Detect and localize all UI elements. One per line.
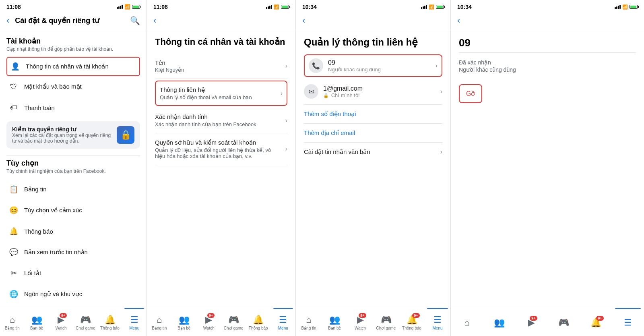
wifi-icon-2: 📶 <box>274 4 279 10</box>
detail-visibility: Người khác cũng dùng <box>459 66 636 73</box>
tab-newsfeed-3[interactable]: ⌂ Bảng tin <box>296 308 322 336</box>
menu-item-payment[interactable]: 🏷 Thanh toán <box>6 97 140 118</box>
notifications-icon: 🔔 <box>8 226 19 237</box>
watch-icon-4: ▶9+ <box>528 317 535 328</box>
watch-icon-3: ▶9+ <box>357 315 364 325</box>
tab-notifications-2[interactable]: 🔔 Thông báo <box>246 308 271 336</box>
privacy-card-icon: 🔒 <box>117 126 134 144</box>
home-icon-4: ⌂ <box>464 317 469 328</box>
account-title: Tài khoản <box>6 37 140 46</box>
info-item-contact[interactable]: Thông tin liên hệ Quản lý số điện thoại … <box>155 81 287 106</box>
shortcuts-icon: ✂ <box>8 268 19 279</box>
panel-settings: 11:08 📶 ‹ Cài đặt & quyền riêng tư 🔍 Tài… <box>0 0 147 336</box>
contact-label: Thông tin liên hệ <box>160 86 277 93</box>
tab-friends-3[interactable]: 👥 Bạn bè <box>322 308 347 336</box>
home-icon-3: ⌂ <box>306 315 311 325</box>
add-phone-link[interactable]: Thêm số điện thoại <box>304 105 442 124</box>
tab-newsfeed-1[interactable]: ⌂ Bảng tin <box>0 308 25 336</box>
language-label: Ngôn ngữ và khu vực <box>24 290 82 298</box>
tab-friends-label-2: Bạn bè <box>178 326 190 330</box>
top-nav-4: ‹ <box>451 13 644 30</box>
emotions-label: Tùy chọn về cảm xúc <box>24 207 82 214</box>
tab-bar-1: ⌂ Bảng tin 👥 Bạn bè ▶9+ Watch 🎮 Chơi gam… <box>0 308 147 336</box>
wifi-icon-4: 📶 <box>622 4 628 10</box>
tab-friends-2[interactable]: 👥 Bạn bè <box>172 308 197 336</box>
privacy-card-subtitle: Xem lại các cài đặt quan trọng về quyền … <box>12 133 112 144</box>
name-value: Kiệt Nguyễn <box>155 67 282 73</box>
tab-watch-label-1: Watch <box>56 326 67 330</box>
notifications-badge-3: 9+ <box>412 313 419 318</box>
phone-circle-icon: 📞 <box>309 58 323 73</box>
tab-menu-3[interactable]: ☰ Menu <box>425 308 450 336</box>
remove-button-container[interactable]: Gỡ <box>459 84 482 103</box>
back-button-2[interactable]: ‹ <box>153 15 159 27</box>
menu-item-media[interactable]: 🖼 File phương tiện <box>6 305 140 308</box>
tab-menu-2[interactable]: ☰ Menu <box>271 308 296 336</box>
tab-menu-label-2: Menu <box>278 326 288 330</box>
menu-item-personal-info[interactable]: 👤 Thông tin cá nhân và tài khoản <box>6 57 140 76</box>
menu-item-language[interactable]: 🌐 Ngôn ngữ và khu vực <box>6 284 140 305</box>
sms-label: Cài đặt tin nhắn văn bản <box>304 148 437 156</box>
tab-games-1[interactable]: 🎮 Chơi game <box>73 308 98 336</box>
contact-item-email[interactable]: ✉ 1@gmail.com 🔒 Chỉ mình tôi › <box>304 79 442 105</box>
time-2: 11:08 <box>153 4 168 10</box>
privacy-check-card[interactable]: Kiểm tra quyền riêng tư Xem lại các cài … <box>6 121 140 149</box>
menu-item-password[interactable]: 🛡 Mật khẩu và bảo mật <box>6 76 140 97</box>
tab-watch-label-2: Watch <box>203 326 215 330</box>
identity-label: Xác nhận danh tính <box>155 113 282 120</box>
tab-games-4[interactable]: 🎮 <box>547 308 580 336</box>
email-address: 1@gmail.com <box>323 85 436 92</box>
search-button-1[interactable]: 🔍 <box>130 16 140 25</box>
back-button-4[interactable]: ‹ <box>457 15 462 27</box>
tab-friends-1[interactable]: 👥 Bạn bè <box>25 308 49 336</box>
menu-item-newsfeed[interactable]: 📋 Bảng tin <box>6 179 140 200</box>
tab-watch-3[interactable]: ▶9+ Watch <box>347 308 373 336</box>
tab-newsfeed-2[interactable]: ⌂ Bảng tin <box>147 308 172 336</box>
games-icon-2: 🎮 <box>228 315 239 325</box>
tab-notifications-1[interactable]: 🔔 Thông báo <box>98 308 122 336</box>
menu-item-emotions[interactable]: 😊 Tùy chọn về cảm xúc <box>6 200 140 221</box>
contact-sublabel: Quản lý số điện thoại và email của bạn <box>160 94 277 100</box>
status-bar-4: 10:34 📶 <box>451 0 644 13</box>
menu-item-shortcuts[interactable]: ✂ Lối tắt <box>6 263 140 284</box>
tab-games-3[interactable]: 🎮 Chơi game <box>373 308 399 336</box>
tab-newsfeed-4[interactable]: ⌂ <box>451 308 483 336</box>
account-section: Tài khoản Cập nhật thông tin để góp phần… <box>6 37 140 118</box>
tab-menu-1[interactable]: ☰ Menu <box>122 308 147 336</box>
remove-button-label[interactable]: Gỡ <box>466 90 475 97</box>
panel-personal-info: 11:08 📶 ‹ Thông tin cá nhân và tài khoản… <box>147 0 296 336</box>
watch-badge-2: 9+ <box>207 313 215 318</box>
tab-watch-4[interactable]: ▶9+ <box>515 308 547 336</box>
tab-watch-1[interactable]: ▶9+ Watch <box>49 308 73 336</box>
tab-friends-4[interactable]: 👥 <box>483 308 515 336</box>
games-icon-3: 🎮 <box>381 315 392 325</box>
tab-menu-4[interactable]: ☰ <box>612 308 644 336</box>
back-button-3[interactable]: ‹ <box>302 15 308 27</box>
back-button-1[interactable]: ‹ <box>6 15 12 27</box>
tab-notifications-label-3: Thông báo <box>402 326 421 330</box>
sms-settings-item[interactable]: Cài đặt tin nhắn văn bản › <box>304 143 442 161</box>
tab-notifications-3[interactable]: 🔔9+ Thông báo <box>399 308 425 336</box>
add-email-link[interactable]: Thêm địa chỉ email <box>304 124 442 143</box>
chevron-ownership: › <box>285 145 287 153</box>
info-item-ownership[interactable]: Quyền sở hữu và kiểm soát tài khoản Quản… <box>155 133 287 165</box>
info-item-name[interactable]: Tên Kiệt Nguyễn › <box>155 54 287 79</box>
time-3: 10:34 <box>302 4 317 10</box>
notifications-label: Thông báo <box>24 228 53 235</box>
name-label: Tên <box>155 59 282 66</box>
watch-badge-1: 9+ <box>60 313 67 318</box>
detail-phone-number: 09 <box>459 37 636 49</box>
menu-item-notifications[interactable]: 🔔 Thông báo <box>6 221 140 242</box>
tab-watch-2[interactable]: ▶9+ Watch <box>196 308 221 336</box>
tab-games-2[interactable]: 🎮 Chơi game <box>221 308 246 336</box>
notifications-badge-4: 9+ <box>596 316 603 321</box>
menu-item-preview[interactable]: 💬 Bản xem trước tin nhắn <box>6 242 140 263</box>
contact-item-phone[interactable]: 📞 09 Người khác cũng dùng › <box>304 54 442 77</box>
tab-games-label-2: Chơi game <box>224 326 244 330</box>
chevron-sms: › <box>440 148 442 156</box>
info-item-identity[interactable]: Xác nhận danh tính Xác nhận danh tính củ… <box>155 108 287 133</box>
tab-bar-4: ⌂ 👥 ▶9+ 🎮 🔔9+ ☰ <box>451 308 644 336</box>
privacy-card-title: Kiểm tra quyền riêng tư <box>12 126 112 133</box>
friends-icon-4: 👥 <box>494 317 505 328</box>
tab-notifications-4[interactable]: 🔔9+ <box>580 308 612 336</box>
